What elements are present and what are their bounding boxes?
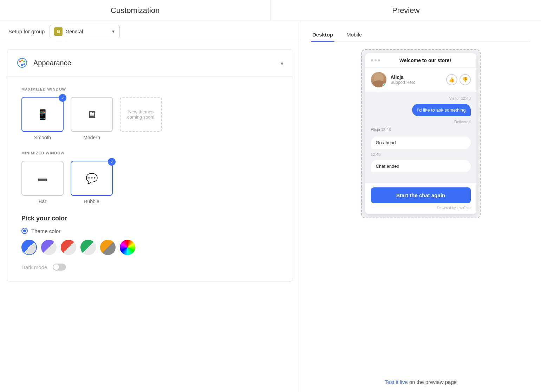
chevron-down-icon: ▼ [111,29,116,34]
thumbs-down-button[interactable]: 👎 [459,74,471,85]
theme-bubble-box[interactable]: ✓ 💬 [71,161,113,196]
svg-point-2 [21,60,23,61]
agent-info: Alicja Support Hero [391,74,442,85]
chat-ended-bubble: Chat ended [371,160,471,172]
group-icon: G [54,27,63,36]
collapse-icon[interactable]: ∨ [280,60,284,66]
agent-name: Alicja [391,74,442,80]
dot2 [374,59,377,61]
theme-smooth[interactable]: ✓ 📱 Smooth [21,97,64,140]
online-dot [383,84,386,87]
svg-point-4 [24,64,25,65]
setup-label: Setup for group [8,28,45,34]
left-panel: Setup for group G General ▼ [0,21,300,392]
swatch-purple[interactable] [41,240,57,255]
chat-frame: Welcome to our store! [361,49,481,218]
preview-title: Preview [392,6,419,15]
minimized-theme-grid: ▬ Bar ✓ 💬 Bubble [21,161,279,204]
chat-window: Welcome to our store! [365,53,476,214]
theme-smooth-box[interactable]: ✓ 📱 [21,97,64,132]
toggle-thumb [53,264,59,270]
theme-new-box: New themes coming soon! [120,97,162,132]
theme-new: New themes coming soon! [120,97,162,140]
theme-modern-box[interactable]: 🖥 [71,97,113,132]
chat-messages: Visitor 12:48 I'd like to ask something … [365,92,476,183]
test-live-text: Test it live on the preview page [311,379,530,385]
theme-modern[interactable]: 🖥 Modern [71,97,113,140]
dark-mode-label: Dark mode [21,264,47,270]
visitor-bubble: I'd like to ask something [412,104,470,116]
color-option-theme: Theme color [21,228,279,234]
avatar [371,72,386,87]
customization-title: Customization [111,6,159,15]
swatch-orange[interactable] [100,240,116,255]
right-panel: Desktop Mobile Welcome to our store! [300,21,541,392]
tab-desktop[interactable]: Desktop [311,28,334,42]
color-swatches: ✓ [21,240,279,255]
theme-bubble-name: Bubble [84,199,99,204]
theme-bubble[interactable]: ✓ 💬 Bubble [71,161,113,204]
palette-icon [16,57,28,69]
agent-message-from: Alicja 12:48 [371,127,471,132]
chat-footer: Start the chat again Powered by LiveChat [365,183,476,214]
group-name: General [65,29,108,34]
dot1 [371,59,373,61]
color-section-title: Pick your color [21,215,279,222]
swatch-red[interactable] [61,240,76,255]
swatch-rainbow[interactable] [120,240,135,255]
agent-bubble-1: Go ahead [371,137,471,149]
svg-point-5 [21,64,23,66]
start-chat-button[interactable]: Start the chat again [371,187,471,203]
delivered-status: Delivered [371,120,471,124]
theme-smooth-name: Smooth [34,135,51,140]
appearance-title: Appearance [33,59,71,67]
theme-bar[interactable]: ▬ Bar [21,161,64,204]
setup-bar: Setup for group G General ▼ [0,21,300,42]
visitor-timestamp: Visitor 12:48 [371,96,471,100]
visitor-message-row: I'd like to ask something [371,104,471,116]
modern-icon: 🖥 [87,109,97,120]
theme-bubble-check: ✓ [108,158,116,166]
theme-smooth-check: ✓ [59,94,66,102]
color-section: Pick your color Theme color ✓ [21,215,279,271]
preview-tabs: Desktop Mobile [311,28,530,42]
appearance-header: Appearance ∨ [7,49,293,77]
swatch-blue[interactable]: ✓ [21,240,37,255]
theme-modern-name: Modern [83,135,100,140]
chat-preview-wrapper: Welcome to our store! [311,49,530,372]
maximized-label: MAXIMIZED WINDOW [21,87,279,91]
agent-row: Alicja Support Hero 👍 👎 [365,68,476,92]
color-option-label: Theme color [31,228,60,234]
svg-point-1 [19,61,21,62]
chat-time-label: 12:48 [371,152,471,157]
appearance-header-left: Appearance [16,57,71,69]
theme-bar-box[interactable]: ▬ [21,161,64,196]
svg-point-3 [24,61,25,62]
radio-inner [23,230,26,232]
swatch-green[interactable] [80,240,96,255]
minimized-label: MINIMIZED WINDOW [21,151,279,155]
thumbs-up-button[interactable]: 👍 [446,74,457,85]
chat-welcome: Welcome to our store! [380,58,471,63]
test-live-suffix: on the preview page [408,379,457,385]
group-select[interactable]: G General ▼ [50,25,120,38]
test-live-link[interactable]: Test it live [385,379,408,385]
theme-bar-name: Bar [39,199,46,204]
chat-header-top: Welcome to our store! [365,53,476,68]
appearance-section: Appearance ∨ MAXIMIZED WINDOW ✓ 📱 Smooth [7,49,293,281]
smooth-icon: 📱 [37,109,49,120]
maximized-theme-grid: ✓ 📱 Smooth 🖥 Modern [21,97,279,140]
swatch-blue-check: ✓ [27,244,32,251]
minimized-section: MINIMIZED WINDOW ▬ Bar ✓ [21,151,279,204]
tab-mobile[interactable]: Mobile [345,28,363,42]
bar-icon: ▬ [38,173,47,183]
dark-mode-toggle[interactable] [53,264,66,271]
appearance-body: MAXIMIZED WINDOW ✓ 📱 Smooth 🖥 [7,77,293,281]
bubble-icon: 💬 [86,173,98,184]
radio-theme-color[interactable] [21,228,28,234]
chat-dots [371,59,380,61]
powered-by: Powered by LiveChat [371,206,471,210]
agent-role: Support Hero [391,80,442,85]
agent-actions: 👍 👎 [446,74,471,85]
dark-mode-row: Dark mode [21,264,279,271]
